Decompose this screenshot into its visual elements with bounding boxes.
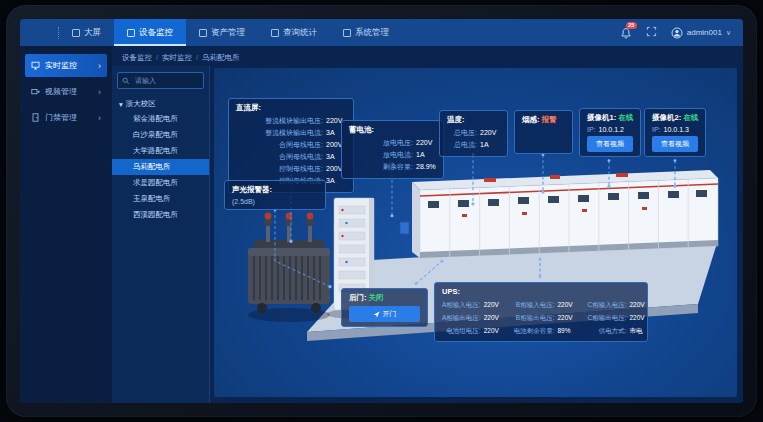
field-value: 220V xyxy=(557,301,577,308)
breadcrumb-item[interactable]: 设备监控 xyxy=(122,53,152,63)
data-row: B相输入电压:220V xyxy=(514,301,578,310)
tree-item-station-selected[interactable]: 乌莉配电所 xyxy=(112,159,209,175)
fullscreen-button[interactable] xyxy=(646,26,657,39)
data-row: C相输入电压:220V xyxy=(587,301,649,310)
fullscreen-icon xyxy=(646,26,657,37)
tree-item-station[interactable]: 求是园配电所 xyxy=(117,175,204,191)
data-row: 控制母线电压:200V xyxy=(236,164,346,174)
search-icon xyxy=(122,77,130,85)
sidebar-item-realtime-monitoring[interactable]: 实时监控 › xyxy=(25,54,107,77)
card-title: 摄像机1: 在线 xyxy=(587,113,633,123)
station-tree-panel: ▾ 浙大校区 紫金港配电所 白沙泉配电所 大学路配电所 乌莉配电所 求是园配电所… xyxy=(112,66,210,403)
field-label: 剩余容量: xyxy=(349,162,413,172)
data-row: IP:10.0.1.3 xyxy=(652,126,698,133)
sidebar-item-video-management[interactable]: 视频管理 › xyxy=(25,80,107,103)
sidebar-item-label: 视频管理 xyxy=(45,86,77,97)
tab-label: 资产管理 xyxy=(211,27,245,39)
field-label: 整流模块输出电流: xyxy=(236,128,323,138)
field-label: 电池剩余容量: xyxy=(514,327,555,336)
field-label: IP: xyxy=(587,126,596,133)
field-value: (2.5dB) xyxy=(232,198,318,205)
field-label: 摄像机2: xyxy=(652,113,681,122)
data-row: 电池剩余容量:89% xyxy=(514,327,578,336)
field-label: 整流模块输出电压: xyxy=(236,116,323,126)
notifications-button[interactable]: 25 xyxy=(620,27,632,39)
view-video-button[interactable]: 查看视频 xyxy=(587,136,633,152)
sidebar: 实时监控 › 视频管理 › 门禁管理 › xyxy=(20,46,112,403)
tab-device-monitoring[interactable]: 设备监控 xyxy=(114,19,186,46)
chevron-down-icon: ∨ xyxy=(726,29,731,37)
field-label: 总电流: xyxy=(447,140,477,150)
data-row: 总电流:1A xyxy=(447,140,500,150)
field-label: 摄像机1: xyxy=(587,113,616,122)
status-badge: 报警 xyxy=(542,115,557,124)
card-title: 蓄电池: xyxy=(349,125,436,135)
card-title: 温度: xyxy=(447,115,500,125)
field-value: 220V xyxy=(480,129,500,136)
field-label: A相输出电压: xyxy=(442,314,481,323)
field-value: 市电 xyxy=(629,327,649,336)
send-icon xyxy=(373,311,380,318)
camera1-card: 摄像机1: 在线 IP:10.0.1.2 查看视频 xyxy=(579,108,641,157)
breadcrumb-separator: / xyxy=(196,53,198,62)
view-video-button[interactable]: 查看视频 xyxy=(652,136,698,152)
back-door-card: 后门: 关闭 开门 xyxy=(341,288,428,327)
breadcrumb-item[interactable]: 实时监控 xyxy=(162,53,192,63)
data-row: 供电方式:市电 xyxy=(587,327,649,336)
field-value: 28.9% xyxy=(416,163,436,170)
tab-system-management[interactable]: 系统管理 xyxy=(330,19,402,46)
field-label: 电池组电压: xyxy=(442,327,481,336)
camera2-card: 摄像机2: 在线 IP:10.0.1.3 查看视频 xyxy=(644,108,706,157)
breadcrumb-item[interactable]: 乌莉配电所 xyxy=(202,53,240,63)
app-window: 大屏 设备监控 资产管理 查询统计 系统管理 xyxy=(20,19,743,403)
breadcrumb-separator: / xyxy=(156,53,158,62)
field-value: 1A xyxy=(416,151,436,158)
tree-root-campus[interactable]: ▾ 浙大校区 xyxy=(117,97,204,111)
station-3d-viewport[interactable]: 直流屏: 整流模块输出电压:220V 整流模块输出电流:3A 合闸母线电压:20… xyxy=(214,68,737,397)
battery-card: 蓄电池: 放电电压:220V 放电电流:1A 剩余容量:28.9% xyxy=(341,120,444,179)
field-label: A相输入电压: xyxy=(442,301,481,310)
ups-grid: A相输入电压:220V B相输入电压:220V C相输入电压:220V A相输出… xyxy=(442,299,640,337)
card-title: UPS: xyxy=(442,287,640,296)
data-row: IP:10.0.1.2 xyxy=(587,126,633,133)
tree-item-station[interactable]: 紫金港配电所 xyxy=(117,111,204,127)
button-label: 开门 xyxy=(383,309,397,319)
sidebar-item-access-control[interactable]: 门禁管理 › xyxy=(25,106,107,129)
data-row: A相输出电压:220V xyxy=(442,314,504,323)
field-value: 220V xyxy=(416,139,436,146)
search-input[interactable] xyxy=(133,76,199,85)
device-mockup: 大屏 设备监控 资产管理 查询统计 系统管理 xyxy=(0,0,763,422)
data-row: 整流模块输出电流:3A xyxy=(236,128,346,138)
breadcrumb: 设备监控 / 实时监控 / 乌莉配电所 xyxy=(112,46,743,66)
tree-root-label: 浙大校区 xyxy=(126,99,156,109)
tree-item-station[interactable]: 西溪园配电所 xyxy=(117,207,204,223)
chevron-right-icon: › xyxy=(98,61,101,71)
open-door-button[interactable]: 开门 xyxy=(349,306,420,322)
user-menu[interactable]: admin001 ∨ xyxy=(671,27,731,39)
tree-item-station[interactable]: 白沙泉配电所 xyxy=(117,127,204,143)
notification-count-badge: 25 xyxy=(626,22,637,29)
card-title: 直流屏: xyxy=(236,103,346,113)
temperature-card: 温度: 总电压:220V 总电流:1A xyxy=(439,110,508,157)
tree-item-station[interactable]: 玉泉配电所 xyxy=(117,191,204,207)
field-label: 供电方式: xyxy=(587,327,626,336)
field-label: 烟感: xyxy=(522,115,540,124)
data-row: 合闸母线电流:3A xyxy=(236,152,346,162)
tab-query-statistics[interactable]: 查询统计 xyxy=(258,19,330,46)
field-value: 220V xyxy=(484,314,504,321)
data-row: 剩余容量:28.9% xyxy=(349,162,436,172)
asset-icon xyxy=(199,29,207,37)
tab-big-screen[interactable]: 大屏 xyxy=(59,19,114,46)
video-icon xyxy=(31,87,40,96)
card-title: 烟感: 报警 xyxy=(522,115,565,125)
monitor-icon xyxy=(127,29,135,37)
status-badge: 在线 xyxy=(683,113,698,122)
gear-icon xyxy=(343,29,351,37)
field-label: B相输出电压: xyxy=(514,314,555,323)
field-label: 放电电压: xyxy=(349,138,413,148)
data-row: 合闸母线电压:200V xyxy=(236,140,346,150)
tab-asset-management[interactable]: 资产管理 xyxy=(186,19,258,46)
realtime-monitor-icon xyxy=(31,61,40,70)
station-tree: ▾ 浙大校区 紫金港配电所 白沙泉配电所 大学路配电所 乌莉配电所 求是园配电所… xyxy=(117,97,204,223)
tree-item-station[interactable]: 大学路配电所 xyxy=(117,143,204,159)
